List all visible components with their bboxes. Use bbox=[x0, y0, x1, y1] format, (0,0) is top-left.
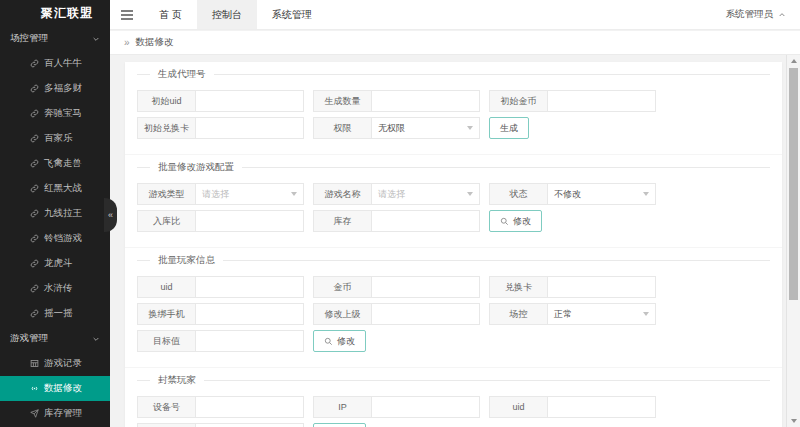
initial-exchange-card-input[interactable] bbox=[195, 117, 304, 139]
sidebar-item-game-6[interactable]: 红黑大战 bbox=[0, 176, 110, 201]
hamburger-icon bbox=[121, 10, 133, 20]
chevron-down-icon bbox=[92, 335, 100, 343]
link-icon bbox=[30, 234, 39, 243]
triangle-up-icon bbox=[791, 59, 797, 63]
sidebar-item-label: 多福多财 bbox=[44, 82, 82, 95]
link-icon bbox=[30, 259, 39, 268]
sidebar-group-field-control[interactable]: 场控管理 bbox=[0, 26, 110, 51]
field-label: 入库比 bbox=[137, 210, 195, 232]
modify-game-config-button[interactable]: 修改 bbox=[489, 210, 542, 232]
form-row: 换绑手机 修改上级 场控 正常 bbox=[137, 303, 770, 325]
link-icon bbox=[30, 84, 39, 93]
ip-input[interactable] bbox=[371, 396, 480, 418]
generate-button[interactable]: 生成 bbox=[489, 117, 529, 139]
sidebar-item-label: 游戏记录 bbox=[44, 357, 82, 370]
sidebar-item-game-1[interactable]: 百人牛牛 bbox=[0, 51, 110, 76]
scrollbar-thumb[interactable] bbox=[789, 68, 798, 300]
sidebar-item-game-11[interactable]: 摇一摇 bbox=[0, 301, 110, 326]
sidebar-item-game-4[interactable]: 百家乐 bbox=[0, 126, 110, 151]
form-row: uid 金币 兑换卡 bbox=[137, 276, 770, 298]
form-field: 库存 bbox=[313, 210, 480, 232]
breadcrumb: » 数据修改 bbox=[110, 31, 800, 55]
vertical-scrollbar[interactable] bbox=[786, 55, 800, 427]
link-icon bbox=[30, 59, 39, 68]
section-ban-player: 封禁玩家 设备号 IP uid 状态 bbox=[125, 367, 782, 427]
sidebar-item-data-modify[interactable]: 数据修改 bbox=[0, 376, 110, 401]
modify-player-info-button[interactable]: 修改 bbox=[313, 330, 366, 352]
tab-console[interactable]: 控制台 bbox=[197, 0, 257, 29]
confirm-button[interactable]: 确定 bbox=[313, 423, 366, 427]
tab-home[interactable]: 首 页 bbox=[144, 0, 197, 29]
form-field: 入库比 bbox=[137, 210, 304, 232]
sidebar-item-game-record[interactable]: 游戏记录 bbox=[0, 351, 110, 376]
sidebar-group-label: 场控管理 bbox=[10, 32, 48, 45]
sidebar-item-label: 百人牛牛 bbox=[44, 57, 82, 70]
coin-input[interactable] bbox=[371, 276, 480, 298]
sidebar-item-game-2[interactable]: 多福多财 bbox=[0, 76, 110, 101]
status-select[interactable]: 不修改 bbox=[547, 183, 656, 205]
exchange-card-input[interactable] bbox=[547, 276, 656, 298]
scroll-up-button[interactable] bbox=[787, 55, 800, 67]
sidebar-item-game-10[interactable]: 水浒传 bbox=[0, 276, 110, 301]
sidebar-item-game-9[interactable]: 龙虎斗 bbox=[0, 251, 110, 276]
sidebar-item-game-8[interactable]: 铃铛游戏 bbox=[0, 226, 110, 251]
sidebar-item-game-7[interactable]: 九线拉王 bbox=[0, 201, 110, 226]
device-id-input[interactable] bbox=[195, 396, 304, 418]
sidebar-item-label: 摇一摇 bbox=[44, 307, 73, 320]
deposit-ratio-input[interactable] bbox=[195, 210, 304, 232]
link-icon bbox=[30, 109, 39, 118]
field-label: uid bbox=[137, 276, 195, 298]
app-logo: 聚汇联盟 bbox=[0, 0, 110, 26]
top-header: 首 页 控制台 系统管理 系统管理员 bbox=[110, 0, 800, 30]
form-field: uid bbox=[489, 396, 656, 418]
menu-toggle-button[interactable] bbox=[110, 0, 144, 29]
collapse-icon: « bbox=[108, 210, 113, 220]
field-label: 生成数量 bbox=[313, 90, 371, 112]
field-label: 状态 bbox=[137, 423, 195, 427]
rebind-phone-input[interactable] bbox=[195, 303, 304, 325]
user-menu[interactable]: 系统管理员 bbox=[726, 0, 800, 29]
sidebar-item-game-3[interactable]: 奔驰宝马 bbox=[0, 101, 110, 126]
form-row: 目标值 修改 bbox=[137, 330, 770, 352]
initial-coin-input[interactable] bbox=[547, 90, 656, 112]
generate-count-input[interactable] bbox=[371, 90, 480, 112]
section-title: 生成代理号 bbox=[137, 67, 770, 82]
form-row: 状态 解封 确定 bbox=[137, 423, 770, 427]
sidebar-item-label: 九线拉王 bbox=[44, 207, 82, 220]
field-label: 金币 bbox=[313, 276, 371, 298]
section-batch-player-info: 批量玩家信息 uid 金币 兑换卡 换绑手机 bbox=[125, 247, 782, 367]
ban-status-select[interactable]: 解封 bbox=[195, 423, 304, 427]
link-icon bbox=[30, 309, 39, 318]
sidebar-group-game-management[interactable]: 游戏管理 bbox=[0, 326, 110, 351]
broadcast-icon bbox=[30, 384, 39, 393]
tab-system-management[interactable]: 系统管理 bbox=[257, 0, 327, 29]
select-caret-icon bbox=[643, 312, 649, 316]
target-value-input[interactable] bbox=[195, 330, 304, 352]
triangle-down-icon bbox=[791, 419, 797, 423]
form-row: 初始uid 生成数量 初始金币 bbox=[137, 90, 770, 112]
uid-input[interactable] bbox=[195, 276, 304, 298]
form-field: 状态 不修改 bbox=[489, 183, 656, 205]
form-row: 游戏类型 请选择 游戏名称 请选择 状态 不修改 bbox=[137, 183, 770, 205]
scroll-down-button[interactable] bbox=[787, 415, 800, 427]
ban-uid-input[interactable] bbox=[547, 396, 656, 418]
game-name-select[interactable]: 请选择 bbox=[371, 183, 480, 205]
game-type-select[interactable]: 请选择 bbox=[195, 183, 304, 205]
sidebar-item-game-5[interactable]: 飞禽走兽 bbox=[0, 151, 110, 176]
sidebar-group-label: 游戏管理 bbox=[10, 332, 48, 345]
form-card: 生成代理号 初始uid 生成数量 初始金币 初始兑换卡 bbox=[125, 62, 782, 427]
permission-select[interactable]: 无权限 bbox=[371, 117, 480, 139]
form-field: 初始金币 bbox=[489, 90, 656, 112]
sidebar-item-inventory[interactable]: 库存管理 bbox=[0, 401, 110, 426]
form-field: 兑换卡 bbox=[489, 276, 656, 298]
field-control-select[interactable]: 正常 bbox=[547, 303, 656, 325]
select-caret-icon bbox=[467, 192, 473, 196]
form-field: 换绑手机 bbox=[137, 303, 304, 325]
stock-input[interactable] bbox=[371, 210, 480, 232]
form-field: 生成数量 bbox=[313, 90, 480, 112]
link-icon bbox=[30, 159, 39, 168]
initial-uid-input[interactable] bbox=[195, 90, 304, 112]
modify-superior-input[interactable] bbox=[371, 303, 480, 325]
form-row: 初始兑换卡 权限 无权限 生成 bbox=[137, 117, 770, 139]
link-icon bbox=[30, 184, 39, 193]
